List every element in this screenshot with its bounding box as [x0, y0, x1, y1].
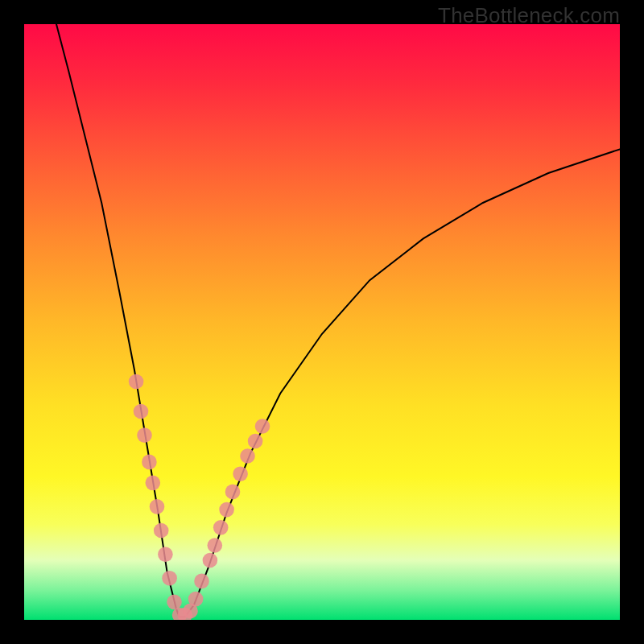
data-marker: [137, 427, 152, 443]
data-marker: [213, 520, 229, 535]
data-marker: [142, 455, 157, 470]
data-marker: [208, 538, 223, 553]
data-marker: [146, 476, 161, 491]
chart-svg: [24, 24, 620, 620]
data-marker: [129, 374, 144, 390]
data-marker: [188, 592, 204, 607]
data-marker: [134, 404, 149, 419]
data-marker: [154, 523, 169, 539]
data-marker: [194, 574, 209, 589]
data-marker: [225, 485, 241, 500]
data-marker: [233, 466, 248, 481]
data-marker: [255, 419, 270, 434]
data-marker: [158, 547, 173, 562]
data-marker: [167, 595, 182, 610]
data-marker: [203, 553, 218, 568]
data-marker: [219, 502, 234, 518]
data-marker: [240, 448, 255, 464]
data-marker: [162, 571, 177, 586]
data-marker: [150, 499, 165, 514]
plot-area: [24, 24, 620, 620]
bottleneck-curve: [56, 24, 620, 617]
data-marker: [248, 434, 263, 449]
